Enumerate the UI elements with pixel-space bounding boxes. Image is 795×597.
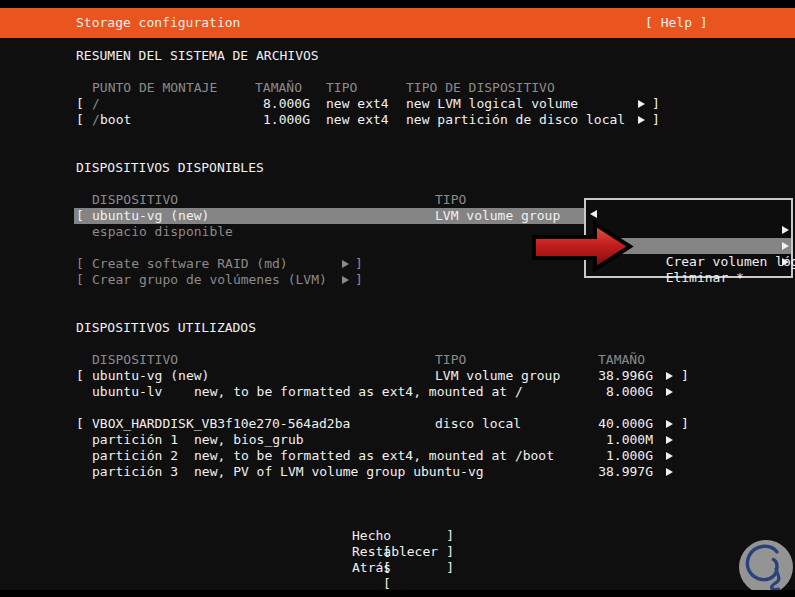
fs-type: new ext4	[326, 96, 389, 112]
action-label: Crear grupo de volúmenes (LVM)	[92, 272, 327, 288]
col-size: TAMAÑO	[598, 352, 645, 368]
title-bar: Storage configuration [ Help ]	[0, 8, 795, 38]
filesystem-summary-title: RESUMEN DEL SISTEMA DE ARCHIVOS	[0, 48, 795, 64]
reset-button[interactable]: [ Restablecer ]	[336, 544, 454, 560]
back-label: Atrás	[352, 560, 391, 576]
close-bracket: ]	[355, 256, 363, 272]
device-type: disco local	[435, 416, 521, 432]
chevron-left-icon	[590, 210, 597, 218]
open-bracket: [	[76, 416, 84, 432]
chevron-right-icon	[782, 242, 789, 250]
open-bracket: [	[76, 368, 84, 384]
close-bracket: ]	[681, 368, 689, 384]
device-type: new LVM logical volume	[406, 96, 578, 112]
size-value: 38.997G	[598, 464, 653, 480]
used-row-ubuntu-lv[interactable]: ubuntu-lv new, to be formatted as ext4, …	[0, 384, 795, 400]
open-bracket: [	[76, 96, 84, 112]
size-value: 1.000G	[606, 448, 653, 464]
installer-screen: Storage configuration [ Help ] RESUMEN D…	[0, 0, 795, 597]
partition-desc: new, to be formatted as ext4, mounted at…	[194, 448, 554, 464]
mount-name: boot	[100, 112, 131, 128]
device-name: VBOX_HARDDISK_VB3f10e270-564ad2ba	[92, 416, 350, 432]
close-bracket: ]	[446, 560, 454, 576]
open-bracket: [	[383, 576, 391, 590]
chevron-right-icon	[782, 226, 789, 234]
close-bracket: ]	[652, 112, 660, 128]
col-device: DISPOSITIVO	[92, 192, 178, 208]
device-name: ubuntu-vg (new)	[92, 208, 209, 224]
partition-desc: new, PV of LVM volume group ubuntu-vg	[194, 464, 484, 480]
size-value: 1.000M	[606, 432, 653, 448]
page-title: Storage configuration	[76, 8, 240, 38]
size-value: 40.000G	[598, 416, 653, 432]
used-devices-title: DISPOSITIVOS UTILIZADOS	[0, 320, 795, 336]
chevron-right-icon	[666, 436, 673, 444]
col-type: TIPO	[435, 352, 466, 368]
done-label: Hecho	[352, 528, 391, 544]
col-device-type: TIPO DE DISPOSITIVO	[406, 80, 555, 96]
reset-label: Restablecer	[352, 544, 438, 560]
used-row-ubuntu-vg[interactable]: [ ubuntu-vg (new) LVM volume group 38.99…	[0, 368, 795, 384]
used-row-particion-2[interactable]: partición 2 new, to be formatted as ext4…	[0, 448, 795, 464]
open-bracket: [	[76, 272, 84, 288]
help-button[interactable]: [ Help ]	[645, 8, 708, 38]
chevron-right-icon	[666, 468, 673, 476]
used-row-particion-3[interactable]: partición 3 new, PV of LVM volume group …	[0, 464, 795, 480]
available-devices-title: DISPOSITIVOS DISPONIBLES	[0, 160, 795, 176]
used-row-particion-1[interactable]: partición 1 new, bios_grub 1.000M	[0, 432, 795, 448]
chevron-right-icon	[666, 420, 673, 428]
col-mount-point: PUNTO DE MONTAJE	[92, 80, 217, 96]
lightbulb-watermark-logo	[735, 536, 795, 590]
chevron-right-icon	[342, 260, 349, 268]
summary-header-row: PUNTO DE MONTAJE TAMAÑO TIPO TIPO DE DIS…	[0, 80, 795, 96]
col-size: TAMAÑO	[255, 80, 302, 96]
lv-name: ubuntu-lv	[92, 384, 162, 400]
open-bracket: [	[76, 256, 84, 272]
size-value: 8.000G	[606, 384, 653, 400]
col-type: TIPO	[435, 192, 466, 208]
content-area: RESUMEN DEL SISTEMA DE ARCHIVOS PUNTO DE…	[0, 38, 795, 590]
device-type: LVM volume group	[435, 368, 560, 384]
col-type: TIPO	[326, 80, 357, 96]
chevron-right-icon	[638, 100, 645, 108]
fs-type: new ext4	[326, 112, 389, 128]
partition-name: partición 3	[92, 464, 178, 480]
used-header-row: DISPOSITIVO TIPO TAMAÑO	[0, 352, 795, 368]
size-value: 8.000G	[263, 96, 310, 112]
partition-name: partición 1	[92, 432, 178, 448]
action-label: Create software RAID (md)	[92, 256, 288, 272]
chevron-right-icon	[782, 258, 789, 266]
size-value: 38.996G	[598, 368, 653, 384]
back-button[interactable]: [ Atrás ]	[336, 560, 454, 576]
chevron-right-icon	[342, 276, 349, 284]
lv-desc: new, to be formatted as ext4, mounted at…	[194, 384, 523, 400]
device-type: new partición de disco local	[406, 112, 625, 128]
bottom-screen-edge	[0, 590, 795, 597]
chevron-right-icon	[666, 388, 673, 396]
chevron-right-icon	[666, 372, 673, 380]
mount-slash: /	[92, 112, 100, 128]
done-button[interactable]: [ Hecho ]	[336, 528, 454, 544]
mount-slash: /	[92, 96, 100, 112]
used-row-vbox-disk[interactable]: [ VBOX_HARDDISK_VB3f10e270-564ad2ba disc…	[0, 416, 795, 432]
partition-desc: new, bios_grub	[194, 432, 304, 448]
col-device: DISPOSITIVO	[92, 352, 178, 368]
close-bracket: ]	[681, 416, 689, 432]
size-value: 1.000G	[263, 112, 310, 128]
close-bracket: ]	[355, 272, 363, 288]
open-bracket: [	[76, 208, 84, 224]
chevron-right-icon	[638, 116, 645, 124]
partition-name: partición 2	[92, 448, 178, 464]
chevron-right-icon	[666, 452, 673, 460]
close-bracket: ]	[446, 544, 454, 560]
mount-row-root[interactable]: [ / 8.000G new ext4 new LVM logical volu…	[0, 96, 795, 112]
mount-row-boot[interactable]: [ / boot 1.000G new ext4 new partición d…	[0, 112, 795, 128]
close-bracket: ]	[652, 96, 660, 112]
red-arrow-annotation	[530, 218, 636, 276]
device-name: ubuntu-vg (new)	[92, 368, 209, 384]
open-bracket: [	[76, 112, 84, 128]
close-bracket: ]	[446, 528, 454, 544]
